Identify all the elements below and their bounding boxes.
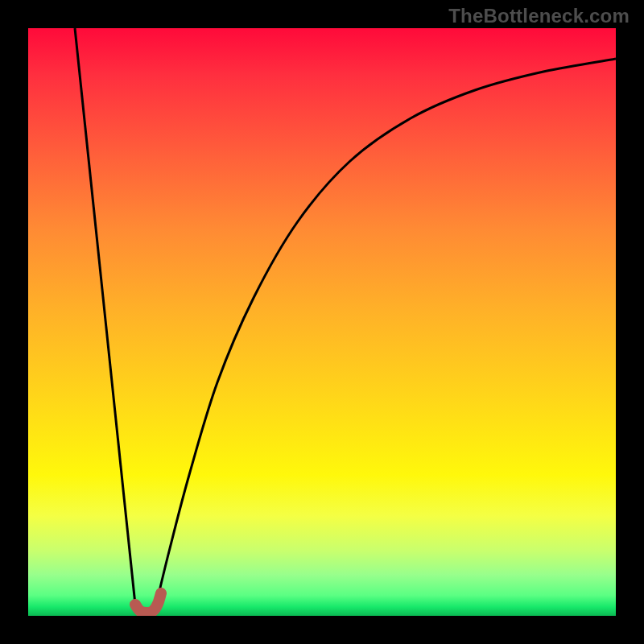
series-dip-arc — [135, 593, 161, 613]
series-left-descent — [75, 28, 135, 605]
watermark-link[interactable]: TheBottleneck.com — [448, 5, 630, 27]
series-right-rise — [156, 59, 616, 605]
chart-frame: TheBottleneck.com — [0, 0, 644, 644]
curve-overlay — [28, 28, 616, 616]
plot-area — [28, 28, 616, 616]
